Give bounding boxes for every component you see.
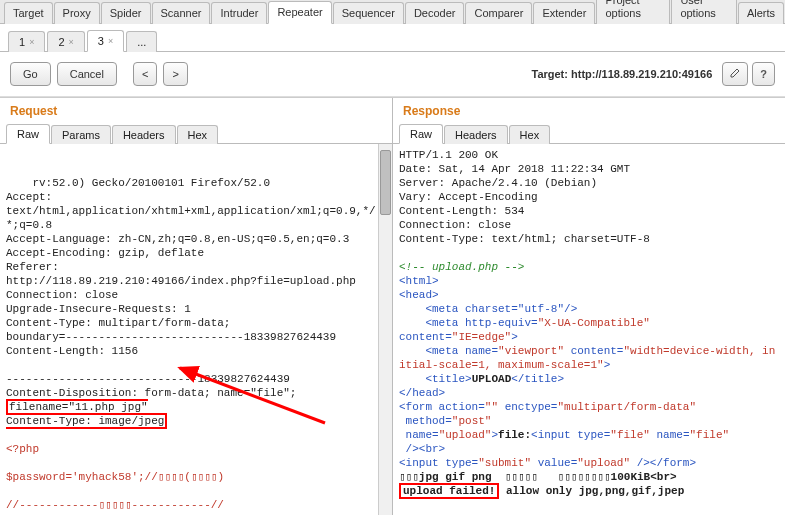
request-tab-hex[interactable]: Hex [177, 125, 219, 144]
main-tab-extender[interactable]: Extender [533, 2, 595, 24]
go-button[interactable]: Go [10, 62, 51, 86]
annotation-arrow [170, 363, 330, 437]
repeater-toolbar: Go Cancel < > Target: http://118.89.219.… [0, 52, 785, 97]
request-scrollbar[interactable] [378, 144, 392, 515]
repeater-tab-label: 1 [19, 36, 25, 48]
target-label: Target: http://118.89.219.210:49166 [531, 68, 712, 80]
cancel-button[interactable]: Cancel [57, 62, 117, 86]
request-tab-headers[interactable]: Headers [112, 125, 176, 144]
response-tab-headers[interactable]: Headers [444, 125, 508, 144]
svg-line-0 [180, 368, 325, 423]
close-icon[interactable]: × [69, 37, 74, 47]
close-icon[interactable]: × [29, 37, 34, 47]
response-title: Response [393, 98, 785, 122]
main-tab-sequencer[interactable]: Sequencer [333, 2, 404, 24]
response-tab-hex[interactable]: Hex [509, 125, 551, 144]
pencil-icon [730, 68, 740, 78]
response-tabs: RawHeadersHex [393, 122, 785, 144]
main-tab-repeater[interactable]: Repeater [268, 1, 331, 24]
main-tab-user-options[interactable]: User options [671, 0, 737, 24]
main-tab-scanner[interactable]: Scanner [152, 2, 211, 24]
repeater-panes: Request RawParamsHeadersHex rv:52.0) Gec… [0, 97, 785, 515]
repeater-subtabs: 1×2×3×... [0, 24, 785, 52]
main-tab-intruder[interactable]: Intruder [211, 2, 267, 24]
help-icon: ? [760, 68, 767, 80]
main-tab-comparer[interactable]: Comparer [465, 2, 532, 24]
main-tab-target[interactable]: Target [4, 2, 53, 24]
help-button[interactable]: ? [752, 62, 775, 86]
next-button[interactable]: > [163, 62, 187, 86]
repeater-tab-...[interactable]: ... [126, 31, 157, 52]
main-tab-alerts[interactable]: Alerts [738, 2, 784, 24]
main-tab-proxy[interactable]: Proxy [54, 2, 100, 24]
response-tab-raw[interactable]: Raw [399, 124, 443, 144]
main-tab-strip: TargetProxySpiderScannerIntruderRepeater… [0, 0, 785, 24]
repeater-tab-3[interactable]: 3× [87, 30, 124, 52]
repeater-tab-label: 2 [58, 36, 64, 48]
main-tab-decoder[interactable]: Decoder [405, 2, 465, 24]
request-tabs: RawParamsHeadersHex [0, 122, 392, 144]
request-php-payload: <?php $password='myhack58';//▯▯▯▯(▯▯▯▯) … [6, 443, 224, 515]
request-pane: Request RawParamsHeadersHex rv:52.0) Gec… [0, 98, 393, 515]
upload-failed-highlight: upload failed! [399, 483, 499, 499]
request-tab-params[interactable]: Params [51, 125, 111, 144]
close-icon[interactable]: × [108, 36, 113, 46]
request-raw-editor[interactable]: rv:52.0) Gecko/20100101 Firefox/52.0 Acc… [0, 144, 392, 515]
repeater-tab-label: ... [137, 36, 146, 48]
request-title: Request [0, 98, 392, 122]
prev-button[interactable]: < [133, 62, 157, 86]
repeater-tab-label: 3 [98, 35, 104, 47]
response-pane: Response RawHeadersHex HTTP/1.1 200 OK D… [393, 98, 785, 515]
request-tab-raw[interactable]: Raw [6, 124, 50, 144]
edit-target-button[interactable] [722, 62, 748, 86]
repeater-tab-2[interactable]: 2× [47, 31, 84, 52]
main-tab-spider[interactable]: Spider [101, 2, 151, 24]
response-raw-viewer[interactable]: HTTP/1.1 200 OK Date: Sat, 14 Apr 2018 1… [393, 144, 785, 515]
repeater-tab-1[interactable]: 1× [8, 31, 45, 52]
filename-highlight: filename="11.php jpg" Content-Type: imag… [6, 399, 167, 429]
main-tab-project-options[interactable]: Project options [596, 0, 670, 24]
